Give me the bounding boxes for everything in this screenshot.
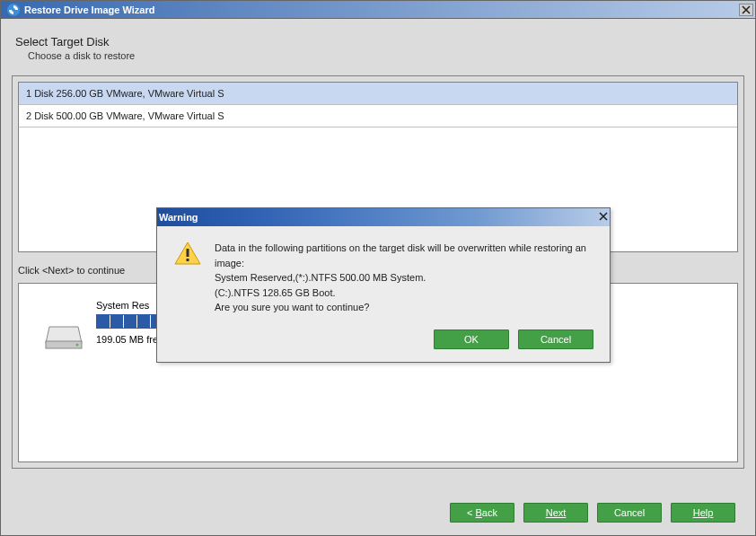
dialog-line: System Reserved,(*:).NTFS 500.00 MB Syst…	[215, 270, 593, 286]
disk-row[interactable]: 1 Disk 256.00 GB VMware, VMware Virtual …	[19, 83, 737, 105]
dialog-close-button[interactable]	[599, 212, 608, 223]
next-button[interactable]: Next	[523, 503, 588, 523]
warning-dialog: Warning Data in the following partitions…	[156, 207, 611, 363]
main-window: Restore Drive Image Wizard Select Target…	[0, 0, 756, 536]
ok-button[interactable]: OK	[434, 330, 509, 349]
titlebar: Restore Drive Image Wizard	[1, 1, 755, 19]
back-button[interactable]: < Back	[450, 503, 514, 523]
app-icon	[6, 3, 21, 17]
svg-rect-6	[187, 249, 189, 257]
svg-point-2	[76, 344, 79, 347]
dialog-message: Data in the following partitions on the …	[215, 241, 593, 315]
help-button[interactable]: Help	[671, 503, 735, 523]
drive-icon	[44, 320, 84, 352]
dialog-line: (C:).NTFS 128.65 GB Boot.	[215, 286, 593, 301]
page-heading: Select Target Disk	[15, 35, 744, 48]
dialog-titlebar: Warning	[157, 208, 610, 226]
footer-buttons: < Back Next Cancel Help	[450, 503, 735, 523]
close-button[interactable]	[739, 4, 753, 16]
warning-icon	[173, 241, 202, 266]
window-title: Restore Drive Image Wizard	[24, 4, 739, 15]
dialog-cancel-button[interactable]: Cancel	[518, 330, 593, 349]
page-subheading: Choose a disk to restore	[28, 50, 744, 61]
dialog-title: Warning	[159, 212, 599, 223]
dialog-line: Data in the following partitions on the …	[215, 241, 593, 270]
dialog-line: Are you sure you want to continue?	[215, 300, 593, 315]
svg-rect-7	[187, 259, 189, 261]
disk-row[interactable]: 2 Disk 500.00 GB VMware, VMware Virtual …	[19, 105, 737, 127]
cancel-button[interactable]: Cancel	[597, 503, 662, 523]
content-area: Select Target Disk Choose a disk to rest…	[1, 19, 755, 535]
